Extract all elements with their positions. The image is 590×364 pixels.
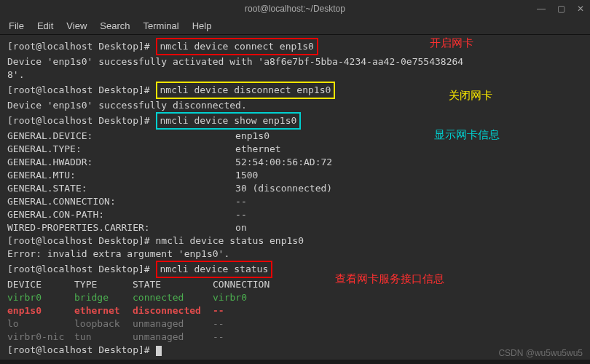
table-row: virbr0bridgeconnectedvirbr0 [7,291,583,304]
prompt: [root@localhost Desktop]# [7,115,156,126]
table-row: virbr0-nictununmanaged-- [7,331,583,344]
prompt: [root@localhost Desktop]# [7,41,156,52]
menu-terminal[interactable]: Terminal [143,20,179,31]
terminal-output[interactable]: [root@localhost Desktop]# nmcli device c… [0,35,590,360]
prompt: [root@localhost Desktop]# [7,84,156,95]
watermark: CSDN @wu5wu5wu5 [498,348,583,358]
maximize-button[interactable]: ▢ [557,4,565,14]
window-controls: — ▢ ✕ [537,4,584,14]
highlight-cmd-status: nmcli device status [156,261,273,278]
menubar: File Edit View Search Terminal Help [0,17,590,35]
highlight-cmd-connect: nmcli device connect enp1s0 [156,38,318,55]
prompt: [root@localhost Desktop]# [7,235,156,246]
menu-view[interactable]: View [66,20,87,31]
property-row: GENERAL.CON-PATH: -- [7,208,583,221]
error-line: Error: invalid extra argument 'enp1s0'. [7,248,583,261]
property-row: GENERAL.MTU: 1500 [7,169,583,182]
window-title: root@localhost:~/Desktop [245,4,345,14]
cursor [156,346,162,356]
close-button[interactable]: ✕ [577,4,584,14]
highlight-cmd-show: nmcli device show enp1s0 [156,112,302,130]
annotation-enable-nic: 开启网卡 [430,36,473,50]
output-line: Device 'enp1s0' successfully activated w… [7,55,583,68]
property-row: GENERAL.CONNECTION: -- [7,195,583,208]
prompt: [root@localhost Desktop]# [7,264,156,274]
annotation-disable-nic: 关闭网卡 [449,89,492,102]
annotation-show-nic-info: 显示网卡信息 [434,128,500,141]
menu-search[interactable]: Search [100,20,130,31]
prompt: [root@localhost Desktop]# [7,344,156,355]
output-line: Device 'enp1s0' successfully disconnecte… [7,99,583,112]
annotation-view-nic-status: 查看网卡服务接口信息 [335,272,444,285]
table-header: DEVICETYPESTATECONNECTION [7,278,583,291]
property-row: GENERAL.STATE: 30 (disconnected) [7,182,583,195]
minimize-button[interactable]: — [537,4,546,14]
output-line: 8'. [7,68,583,82]
table-row: loloopbackunmanaged-- [7,317,583,331]
menu-help[interactable]: Help [192,20,212,31]
command-text: nmcli device status enp1s0 [156,235,304,246]
menu-file[interactable]: File [9,20,24,31]
property-row: GENERAL.HWADDR: 52:54:00:56:AD:72 [7,156,583,169]
property-row: GENERAL.TYPE: ethernet [7,143,583,156]
table-row: enp1s0ethernetdisconnected-- [7,304,583,317]
highlight-cmd-disconnect: nmcli device disconnect enp1s0 [156,82,336,99]
property-row: WIRED-PROPERTIES.CARRIER: on [7,221,583,234]
menu-edit[interactable]: Edit [37,20,53,31]
window-titlebar: root@localhost:~/Desktop — ▢ ✕ [0,0,590,17]
